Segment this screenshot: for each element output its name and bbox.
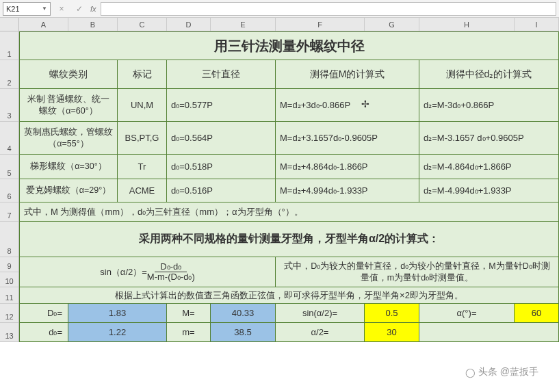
cursor-icon: ✢ xyxy=(361,99,369,109)
D0-value[interactable]: 1.83 xyxy=(68,304,167,323)
formM-cell: M=d₂+4.994d₀-1.933P xyxy=(276,179,419,202)
row-header-5[interactable]: 5 xyxy=(0,155,18,179)
type-cell: 梯形螺纹（α=30°） xyxy=(19,155,118,179)
row-header-10[interactable]: 10 xyxy=(0,272,18,287)
formula-bar: K21 ▼ × ✓ fx xyxy=(0,0,559,18)
col-header-G[interactable]: G xyxy=(365,18,419,31)
watermark-icon: ◯ xyxy=(465,367,476,378)
hdr-formD: 测得中径d₂的计算式 xyxy=(419,60,559,89)
col-header-C[interactable]: C xyxy=(118,18,167,31)
sin-label: sin(α/2)= xyxy=(276,304,365,323)
hdr-mark: 标记 xyxy=(118,60,167,89)
M-label: M= xyxy=(167,304,211,323)
formD-cell: d₂=M-4.864d₀+1.866P xyxy=(419,155,559,179)
col-header-I[interactable]: I xyxy=(515,18,559,31)
M-value[interactable]: 40.33 xyxy=(211,304,276,323)
table-row: 英制惠氏螺纹，管螺纹（α=55°）BS,PT,Gd₀=0.564PM=d₂+3.… xyxy=(19,122,559,155)
diam-cell: d₀=0.518P xyxy=(167,155,276,179)
hdr-formM: 测得值M的计算式 xyxy=(276,60,419,89)
diam-cell: d₀=0.564P xyxy=(167,122,276,155)
frac-lhs: sin（α/2）= xyxy=(100,266,147,278)
half-value[interactable]: 30 xyxy=(365,323,419,342)
select-all-corner[interactable] xyxy=(0,18,19,31)
half-label: α/2= xyxy=(276,323,365,342)
formD-cell: d₂=M-4.994d₀+1.933P xyxy=(419,179,559,202)
row-header-9[interactable]: 9 xyxy=(0,257,18,272)
row-headers: 12345678910111213 xyxy=(0,31,19,342)
type-cell: 英制惠氏螺纹，管螺纹（α=55°） xyxy=(19,122,118,155)
watermark: ◯ 头条 @蓝扳手 xyxy=(465,366,538,378)
active-cell-ref: K21 xyxy=(6,5,20,13)
diam-cell: d₀=0.516P xyxy=(167,179,276,202)
cancel-icon[interactable]: × xyxy=(55,4,68,14)
type-cell: 米制 普通螺纹、统一螺纹（α=60°） xyxy=(19,89,118,122)
mark-cell: ACME xyxy=(118,179,167,202)
formD-cell: d₂=M-3d₀+0.866P xyxy=(419,89,559,122)
column-headers: ABCDEFGHI xyxy=(0,18,559,31)
accept-icon[interactable]: ✓ xyxy=(73,4,86,14)
watermark-text: 头条 @蓝扳手 xyxy=(478,366,538,378)
mark-cell: BS,PT,G xyxy=(118,122,167,155)
table-row: 梯形螺纹（α=30°）Trd₀=0.518PM=d₂+4.864d₀-1.866… xyxy=(19,155,559,179)
empty-cell xyxy=(419,323,559,342)
hdr-diam: 三针直径 xyxy=(202,68,240,81)
formula-input[interactable] xyxy=(101,2,556,16)
spreadsheet-grid: 12345678910111213 用三针法测量外螺纹中径 螺纹类别 标记 三针… xyxy=(0,31,559,342)
table-row: 爱克姆螺纹（α=29°）ACMEd₀=0.516PM=d₂+4.994d₀-1.… xyxy=(19,179,559,202)
m-label: m= xyxy=(167,323,211,342)
type-cell: 爱克姆螺纹（α=29°） xyxy=(19,179,118,202)
m-value[interactable]: 38.5 xyxy=(211,323,276,342)
mark-cell: Tr xyxy=(118,155,167,179)
fx-icon[interactable]: fx xyxy=(90,5,96,13)
sin-value[interactable]: 0.5 xyxy=(365,304,419,323)
row-header-1[interactable]: 1 xyxy=(0,31,18,60)
row-header-4[interactable]: 4 xyxy=(0,122,18,155)
col-header-B[interactable]: B xyxy=(68,18,118,31)
section-2-title: 采用两种不同规格的量针测量牙型角，牙型半角α/2的计算式： xyxy=(19,222,559,257)
col-header-H[interactable]: H xyxy=(419,18,515,31)
row-header-7[interactable]: 7 xyxy=(0,202,18,222)
grid-body[interactable]: 用三针法测量外螺纹中径 螺纹类别 标记 三针直径 测得值M的计算式 测得中径d₂… xyxy=(19,31,559,342)
row-header-13[interactable]: 13 xyxy=(0,323,18,342)
name-box[interactable]: K21 ▼ xyxy=(3,2,51,16)
col-header-E[interactable]: E xyxy=(211,18,276,31)
row-header-12[interactable]: 12 xyxy=(0,304,18,323)
formula-fraction: sin（α/2）= D₀-d₀ M-m-(D₀-d₀) xyxy=(19,257,276,287)
formD-cell: d₂=M-3.1657 d₀+0.9605P xyxy=(419,122,559,155)
formM-cell: M=d₂+4.864d₀-1.866P xyxy=(276,155,419,179)
angle-label: α(°)= xyxy=(419,304,515,323)
table-row: 米制 普通螺纹、统一螺纹（α=60°）UN,Md₀=0.577PM=d₂+3d₀… xyxy=(19,89,559,122)
angle-value[interactable]: 60 xyxy=(515,304,559,323)
row-header-3[interactable]: 3 xyxy=(0,89,18,122)
formM-cell: M=d₂+3d₀-0.866P xyxy=(276,89,419,122)
frac-numerator: D₀-d₀ xyxy=(155,262,187,272)
col-header-F[interactable]: F xyxy=(276,18,365,31)
formM-cell: M=d₂+3.1657d₀-0.9605P xyxy=(276,122,419,155)
row-header-8[interactable]: 8 xyxy=(0,222,18,257)
sheet-title: 用三针法测量外螺纹中径 xyxy=(19,31,559,60)
d0-value[interactable]: 1.22 xyxy=(68,323,167,342)
note-1: 式中，M 为测得值（mm），d₀为三针直径（mm）；α为牙型角（°）。 xyxy=(19,202,559,222)
col-header-A[interactable]: A xyxy=(19,18,68,31)
row-header-6[interactable]: 6 xyxy=(0,179,18,202)
note-2: 式中，D₀为较大的量针直径，d₀为较小的量针直径，M为量针D₀时测量值，m为量针… xyxy=(276,257,559,287)
note-3: 根据上式计算出的数值查三角函数正弦值，即可求得牙型半角，牙型半角×2即为牙型角。 xyxy=(19,287,559,304)
mark-cell: UN,M xyxy=(118,89,167,122)
chevron-down-icon[interactable]: ▼ xyxy=(42,5,47,12)
d0-label: d₀= xyxy=(19,323,68,342)
col-header-D[interactable]: D xyxy=(167,18,211,31)
row-header-2[interactable]: 2 xyxy=(0,60,18,89)
hdr-type: 螺纹类别 xyxy=(19,60,118,89)
diam-cell: d₀=0.577P xyxy=(167,89,276,122)
D0-label: D₀= xyxy=(19,304,68,323)
row-header-11[interactable]: 11 xyxy=(0,287,18,304)
frac-denominator: M-m-(D₀-d₀) xyxy=(147,272,195,282)
